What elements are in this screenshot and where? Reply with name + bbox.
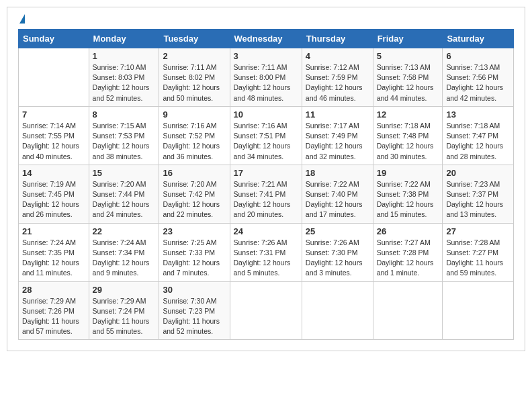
- day-number: 20: [446, 168, 510, 178]
- col-header-saturday: Saturday: [443, 30, 514, 48]
- day-info: Sunrise: 7:29 AM Sunset: 7:26 PM Dayligh…: [22, 296, 85, 337]
- day-number: 8: [93, 109, 156, 120]
- day-cell: 15Sunrise: 7:20 AM Sunset: 7:44 PM Dayli…: [89, 165, 159, 223]
- day-cell: [302, 281, 373, 340]
- day-cell: 18Sunrise: 7:22 AM Sunset: 7:40 PM Dayli…: [302, 165, 373, 223]
- day-number: 12: [377, 109, 439, 120]
- day-cell: 10Sunrise: 7:16 AM Sunset: 7:51 PM Dayli…: [230, 106, 302, 165]
- week-row-3: 14Sunrise: 7:19 AM Sunset: 7:45 PM Dayli…: [19, 165, 514, 223]
- day-number: 21: [22, 226, 85, 236]
- header-row: SundayMondayTuesdayWednesdayThursdayFrid…: [19, 30, 514, 48]
- day-number: 29: [93, 285, 156, 295]
- day-info: Sunrise: 7:25 AM Sunset: 7:33 PM Dayligh…: [163, 238, 226, 279]
- col-header-wednesday: Wednesday: [230, 30, 302, 48]
- day-info: Sunrise: 7:13 AM Sunset: 7:56 PM Dayligh…: [446, 62, 510, 103]
- day-info: Sunrise: 7:24 AM Sunset: 7:34 PM Dayligh…: [93, 238, 156, 279]
- day-cell: 12Sunrise: 7:18 AM Sunset: 7:48 PM Dayli…: [373, 106, 443, 165]
- calendar-container: SundayMondayTuesdayWednesdayThursdayFrid…: [7, 7, 525, 351]
- day-info: Sunrise: 7:16 AM Sunset: 7:52 PM Dayligh…: [163, 121, 226, 162]
- day-number: 6: [446, 51, 510, 61]
- day-info: Sunrise: 7:17 AM Sunset: 7:49 PM Dayligh…: [306, 121, 369, 162]
- day-cell: 21Sunrise: 7:24 AM Sunset: 7:35 PM Dayli…: [19, 223, 89, 281]
- day-number: 7: [22, 109, 85, 120]
- day-cell: 14Sunrise: 7:19 AM Sunset: 7:45 PM Dayli…: [19, 165, 89, 223]
- day-cell: 4Sunrise: 7:12 AM Sunset: 7:59 PM Daylig…: [302, 48, 373, 107]
- day-number: 9: [163, 109, 226, 120]
- day-info: Sunrise: 7:11 AM Sunset: 8:00 PM Dayligh…: [234, 62, 298, 103]
- day-cell: 20Sunrise: 7:23 AM Sunset: 7:37 PM Dayli…: [443, 165, 514, 223]
- col-header-monday: Monday: [89, 30, 159, 48]
- day-cell: 8Sunrise: 7:15 AM Sunset: 7:53 PM Daylig…: [89, 106, 159, 165]
- day-info: Sunrise: 7:26 AM Sunset: 7:31 PM Dayligh…: [234, 238, 298, 279]
- day-number: 15: [93, 168, 156, 178]
- day-cell: 11Sunrise: 7:17 AM Sunset: 7:49 PM Dayli…: [302, 106, 373, 165]
- calendar-table: SundayMondayTuesdayWednesdayThursdayFrid…: [18, 29, 514, 340]
- day-info: Sunrise: 7:19 AM Sunset: 7:45 PM Dayligh…: [22, 179, 85, 220]
- day-info: Sunrise: 7:10 AM Sunset: 8:03 PM Dayligh…: [93, 62, 156, 103]
- day-number: 10: [234, 109, 298, 120]
- day-number: 18: [306, 168, 369, 178]
- day-number: 1: [93, 51, 156, 61]
- day-number: 5: [377, 51, 439, 61]
- day-info: Sunrise: 7:27 AM Sunset: 7:28 PM Dayligh…: [377, 238, 439, 279]
- day-cell: 23Sunrise: 7:25 AM Sunset: 7:33 PM Dayli…: [159, 223, 230, 281]
- day-cell: [19, 48, 89, 107]
- day-info: Sunrise: 7:30 AM Sunset: 7:23 PM Dayligh…: [163, 296, 226, 337]
- day-number: 24: [234, 226, 298, 236]
- day-info: Sunrise: 7:22 AM Sunset: 7:40 PM Dayligh…: [306, 179, 369, 220]
- day-cell: 22Sunrise: 7:24 AM Sunset: 7:34 PM Dayli…: [89, 223, 159, 281]
- day-cell: 3Sunrise: 7:11 AM Sunset: 8:00 PM Daylig…: [230, 48, 302, 107]
- day-cell: 7Sunrise: 7:14 AM Sunset: 7:55 PM Daylig…: [19, 106, 89, 165]
- day-cell: 16Sunrise: 7:20 AM Sunset: 7:42 PM Dayli…: [159, 165, 230, 223]
- day-cell: 24Sunrise: 7:26 AM Sunset: 7:31 PM Dayli…: [230, 223, 302, 281]
- day-number: 26: [377, 226, 439, 236]
- day-info: Sunrise: 7:26 AM Sunset: 7:30 PM Dayligh…: [306, 238, 369, 279]
- day-info: Sunrise: 7:18 AM Sunset: 7:48 PM Dayligh…: [377, 121, 439, 162]
- day-info: Sunrise: 7:24 AM Sunset: 7:35 PM Dayligh…: [22, 238, 85, 279]
- day-number: 30: [163, 285, 226, 295]
- header: [18, 14, 514, 24]
- week-row-5: 28Sunrise: 7:29 AM Sunset: 7:26 PM Dayli…: [19, 281, 514, 340]
- day-cell: 9Sunrise: 7:16 AM Sunset: 7:52 PM Daylig…: [159, 106, 230, 165]
- col-header-friday: Friday: [373, 30, 443, 48]
- day-cell: [230, 281, 302, 340]
- day-info: Sunrise: 7:16 AM Sunset: 7:51 PM Dayligh…: [234, 121, 298, 162]
- day-number: 19: [377, 168, 439, 178]
- week-row-2: 7Sunrise: 7:14 AM Sunset: 7:55 PM Daylig…: [19, 106, 514, 165]
- day-cell: 5Sunrise: 7:13 AM Sunset: 7:58 PM Daylig…: [373, 48, 443, 107]
- day-cell: 13Sunrise: 7:18 AM Sunset: 7:47 PM Dayli…: [443, 106, 514, 165]
- day-cell: 1Sunrise: 7:10 AM Sunset: 8:03 PM Daylig…: [89, 48, 159, 107]
- day-info: Sunrise: 7:23 AM Sunset: 7:37 PM Dayligh…: [446, 179, 510, 220]
- day-cell: 6Sunrise: 7:13 AM Sunset: 7:56 PM Daylig…: [443, 48, 514, 107]
- logo: [18, 14, 25, 24]
- day-cell: 2Sunrise: 7:11 AM Sunset: 8:02 PM Daylig…: [159, 48, 230, 107]
- day-info: Sunrise: 7:21 AM Sunset: 7:41 PM Dayligh…: [234, 179, 298, 220]
- logo-triangle-icon: [19, 14, 25, 24]
- day-info: Sunrise: 7:13 AM Sunset: 7:58 PM Dayligh…: [377, 62, 439, 103]
- day-number: 28: [22, 285, 85, 295]
- day-number: 14: [22, 168, 85, 178]
- day-number: 2: [163, 51, 226, 61]
- day-cell: 19Sunrise: 7:22 AM Sunset: 7:38 PM Dayli…: [373, 165, 443, 223]
- day-info: Sunrise: 7:14 AM Sunset: 7:55 PM Dayligh…: [22, 121, 85, 162]
- day-cell: 17Sunrise: 7:21 AM Sunset: 7:41 PM Dayli…: [230, 165, 302, 223]
- day-cell: [373, 281, 443, 340]
- col-header-tuesday: Tuesday: [159, 30, 230, 48]
- day-cell: 25Sunrise: 7:26 AM Sunset: 7:30 PM Dayli…: [302, 223, 373, 281]
- day-number: 16: [163, 168, 226, 178]
- day-number: 27: [446, 226, 510, 236]
- day-number: 3: [234, 51, 298, 61]
- day-info: Sunrise: 7:22 AM Sunset: 7:38 PM Dayligh…: [377, 179, 439, 220]
- day-info: Sunrise: 7:18 AM Sunset: 7:47 PM Dayligh…: [446, 121, 510, 162]
- day-info: Sunrise: 7:20 AM Sunset: 7:42 PM Dayligh…: [163, 179, 226, 220]
- day-cell: 27Sunrise: 7:28 AM Sunset: 7:27 PM Dayli…: [443, 223, 514, 281]
- day-info: Sunrise: 7:15 AM Sunset: 7:53 PM Dayligh…: [93, 121, 156, 162]
- day-info: Sunrise: 7:29 AM Sunset: 7:24 PM Dayligh…: [93, 296, 156, 337]
- day-info: Sunrise: 7:28 AM Sunset: 7:27 PM Dayligh…: [446, 238, 510, 279]
- day-cell: [443, 281, 514, 340]
- day-info: Sunrise: 7:20 AM Sunset: 7:44 PM Dayligh…: [93, 179, 156, 220]
- day-cell: 30Sunrise: 7:30 AM Sunset: 7:23 PM Dayli…: [159, 281, 230, 340]
- day-info: Sunrise: 7:11 AM Sunset: 8:02 PM Dayligh…: [163, 62, 226, 103]
- day-number: 22: [93, 226, 156, 236]
- day-cell: 26Sunrise: 7:27 AM Sunset: 7:28 PM Dayli…: [373, 223, 443, 281]
